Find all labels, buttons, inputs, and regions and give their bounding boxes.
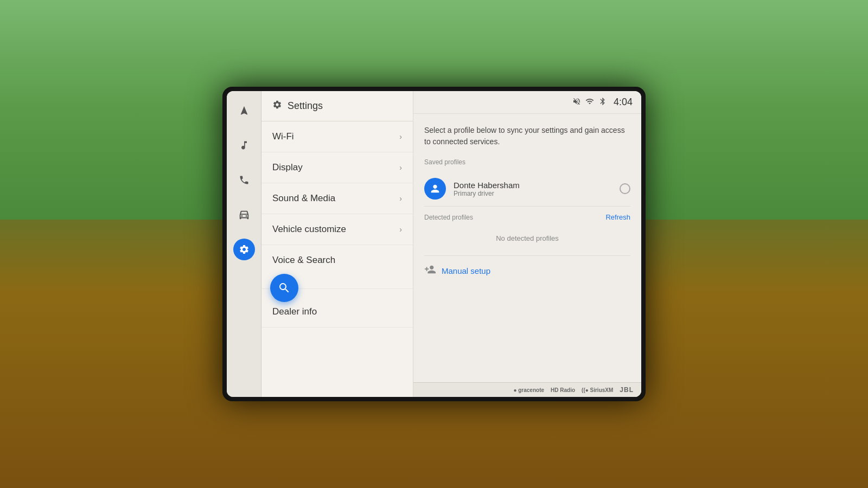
menu-item-dealer-label: Dealer info bbox=[272, 306, 317, 317]
settings-menu-list: Wi-Fi › Display › Sound & Media › Vehicl… bbox=[261, 121, 413, 397]
navigate-icon[interactable] bbox=[233, 100, 255, 121]
settings-header: Settings bbox=[261, 91, 413, 121]
music-icon[interactable] bbox=[233, 134, 255, 156]
profile-item-donte[interactable]: Donte Habersham Primary driver bbox=[424, 171, 630, 207]
manual-setup-label: Manual setup bbox=[442, 266, 490, 275]
detected-profiles-label: Detected profiles bbox=[424, 214, 473, 221]
profile-radio-button[interactable] bbox=[620, 183, 630, 194]
menu-item-wifi-label: Wi-Fi bbox=[272, 131, 294, 142]
vehicle-chevron-icon: › bbox=[399, 225, 402, 234]
manual-setup-row[interactable]: Manual setup bbox=[424, 255, 630, 280]
siriusxm-logo: ((● SiriusXM bbox=[582, 387, 613, 393]
menu-item-wifi[interactable]: Wi-Fi › bbox=[261, 121, 413, 152]
jbl-logo: JBL bbox=[620, 386, 634, 394]
menu-item-vehicle[interactable]: Vehicle customize › bbox=[261, 214, 413, 245]
left-navigation bbox=[227, 91, 261, 397]
saved-profiles-label: Saved profiles bbox=[424, 158, 630, 166]
menu-item-sound-label: Sound & Media bbox=[272, 193, 335, 204]
settings-menu-panel: Settings Wi-Fi › Display › Sound & Media… bbox=[261, 91, 413, 397]
phone-icon[interactable] bbox=[233, 169, 255, 191]
profile-role: Primary driver bbox=[454, 190, 612, 197]
detail-panel: 4:04 Select a profile below to sync your… bbox=[413, 91, 641, 397]
menu-item-vehicle-label: Vehicle customize bbox=[272, 224, 346, 235]
no-detected-text: No detected profiles bbox=[424, 226, 630, 251]
refresh-button[interactable]: Refresh bbox=[605, 213, 630, 221]
menu-item-display-label: Display bbox=[272, 162, 303, 173]
manual-setup-icon bbox=[424, 264, 436, 278]
settings-nav-icon[interactable] bbox=[233, 239, 255, 260]
svg-point-0 bbox=[241, 215, 242, 217]
infotainment-screen: Settings Wi-Fi › Display › Sound & Media… bbox=[227, 91, 641, 397]
wifi-chevron-icon: › bbox=[399, 132, 402, 141]
status-icons bbox=[572, 97, 607, 107]
profile-description: Select a profile below to sync your sett… bbox=[424, 125, 630, 147]
signal-icon bbox=[585, 97, 594, 107]
menu-item-sound-media[interactable]: Sound & Media › bbox=[261, 183, 413, 214]
time-display: 4:04 bbox=[614, 97, 633, 108]
settings-title: Settings bbox=[288, 100, 323, 112]
car-icon[interactable] bbox=[233, 204, 255, 226]
search-fab-button[interactable] bbox=[270, 274, 298, 302]
detail-body: Select a profile below to sync your sett… bbox=[413, 114, 641, 382]
svg-point-1 bbox=[245, 215, 247, 217]
detected-profiles-section: Detected profiles Refresh bbox=[424, 213, 630, 221]
menu-item-display[interactable]: Display › bbox=[261, 152, 413, 183]
profile-avatar bbox=[424, 178, 446, 200]
profile-name: Donte Habersham bbox=[454, 181, 612, 190]
sound-chevron-icon: › bbox=[399, 194, 402, 203]
gracenote-logo: ● gracenote bbox=[513, 387, 544, 393]
bluetooth-icon bbox=[598, 97, 607, 107]
mute-icon bbox=[572, 97, 581, 107]
display-chevron-icon: › bbox=[399, 163, 402, 172]
hd-radio-logo: HD Radio bbox=[551, 387, 575, 393]
settings-header-icon bbox=[272, 100, 282, 112]
screen-wrapper: Settings Wi-Fi › Display › Sound & Media… bbox=[222, 87, 646, 401]
brand-bar: ● gracenote HD Radio ((● SiriusXM JBL bbox=[413, 382, 641, 397]
menu-item-voice-label: Voice & Search bbox=[272, 255, 335, 266]
profile-info: Donte Habersham Primary driver bbox=[454, 181, 612, 197]
status-bar: 4:04 bbox=[413, 91, 641, 114]
